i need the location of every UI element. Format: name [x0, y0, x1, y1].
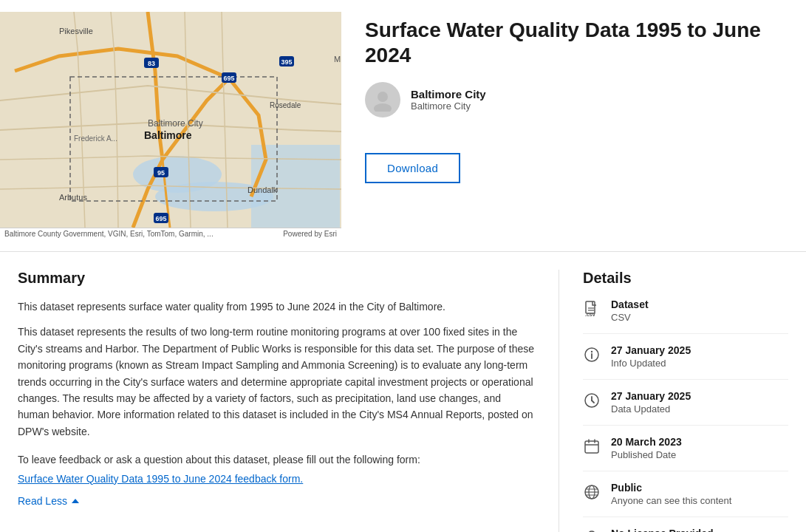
- feedback-link[interactable]: Surface Water Quality Data 1995 to June …: [18, 473, 303, 485]
- detail-row-license: No License Provided Request permission t…: [583, 517, 788, 532]
- author-secondary-name: Baltimore City: [411, 100, 486, 112]
- svg-text:Baltimore City: Baltimore City: [148, 118, 203, 129]
- calendar-icon: [583, 437, 601, 455]
- attribution-text: Baltimore County Government, VGIN, Esri,…: [4, 230, 214, 238]
- detail-row-data-updated: 27 January 2025 Data Updated: [583, 380, 788, 426]
- detail-dataset-primary: Dataset: [611, 299, 649, 310]
- svg-rect-35: [585, 441, 598, 453]
- author-row: Baltimore City Baltimore City: [365, 82, 788, 117]
- svg-point-23: [378, 92, 388, 102]
- map-area: 83 695 95 695 395 Pikesville Rosedale Ar…: [0, 12, 341, 228]
- svg-text:Frederick A...: Frederick A...: [74, 134, 117, 143]
- detail-published-secondary: Published Date: [611, 449, 682, 460]
- svg-text:Dundalk: Dundalk: [247, 185, 278, 194]
- lock-icon: [583, 529, 601, 532]
- svg-text:Pikesville: Pikesville: [59, 27, 93, 35]
- svg-text:695: 695: [223, 75, 234, 82]
- detail-row-public: Public Anyone can see this content: [583, 471, 788, 517]
- top-section: 83 695 95 695 395 Pikesville Rosedale Ar…: [0, 0, 806, 252]
- summary-heading: Summary: [18, 270, 535, 287]
- chevron-up-icon: [72, 499, 79, 503]
- svg-text:695: 695: [155, 215, 166, 222]
- svg-text:395: 395: [281, 58, 292, 66]
- avatar: [365, 82, 400, 117]
- powered-by-text: Powered by Esri: [283, 230, 337, 238]
- detail-info-updated-secondary: Info Updated: [611, 358, 691, 369]
- detail-row-published: 20 March 2023 Published Date: [583, 426, 788, 471]
- csv-file-icon: .csv: [583, 300, 601, 318]
- details-heading: Details: [583, 270, 788, 287]
- user-avatar-icon: [371, 88, 395, 112]
- summary-section: Summary This dataset represents surface …: [18, 270, 559, 532]
- detail-info-updated-primary: 27 January 2025: [611, 344, 691, 356]
- svg-text:.csv: .csv: [585, 312, 595, 317]
- summary-paragraph-1: This dataset represents surface water qu…: [18, 299, 535, 315]
- detail-content-data-updated: 27 January 2025 Data Updated: [611, 390, 691, 415]
- download-button[interactable]: Download: [365, 153, 460, 183]
- detail-content-published: 20 March 2023 Published Date: [611, 436, 682, 460]
- detail-content-info-updated: 27 January 2025 Info Updated: [611, 344, 691, 369]
- detail-published-primary: 20 March 2023: [611, 436, 682, 448]
- dataset-title: Surface Water Quality Data 1995 to June …: [365, 18, 788, 67]
- svg-text:M: M: [334, 55, 341, 64]
- detail-data-updated-secondary: Data Updated: [611, 403, 691, 415]
- read-less-button[interactable]: Read Less: [18, 495, 79, 507]
- svg-point-30: [591, 351, 592, 352]
- detail-content-dataset: Dataset CSV: [611, 299, 649, 323]
- detail-row-dataset: .csv Dataset CSV: [583, 299, 788, 334]
- bottom-section: Summary This dataset represents surface …: [0, 252, 806, 532]
- svg-line-34: [592, 400, 594, 403]
- detail-license-primary: No License Provided: [611, 528, 725, 532]
- detail-public-secondary: Anyone can see this content: [611, 495, 731, 506]
- svg-text:Arbutus: Arbutus: [59, 193, 87, 202]
- detail-content-public: Public Anyone can see this content: [611, 482, 731, 506]
- details-section: Details .csv Dataset CSV: [559, 270, 788, 532]
- clock-icon: [583, 392, 601, 409]
- read-less-label: Read Less: [18, 495, 67, 507]
- author-names: Baltimore City Baltimore City: [411, 88, 486, 112]
- svg-point-24: [374, 103, 392, 112]
- detail-content-license: No License Provided Request permission t…: [611, 528, 725, 532]
- detail-row-info-updated: 27 January 2025 Info Updated: [583, 334, 788, 380]
- globe-icon: [583, 483, 601, 501]
- map-svg: 83 695 95 695 395 Pikesville Rosedale Ar…: [0, 12, 341, 228]
- map-attribution: Baltimore County Government, VGIN, Esri,…: [0, 228, 341, 239]
- svg-text:Rosedale: Rosedale: [270, 101, 301, 109]
- dataset-info: Surface Water Quality Data 1995 to June …: [365, 12, 788, 239]
- author-primary-name: Baltimore City: [411, 88, 486, 100]
- detail-data-updated-primary: 27 January 2025: [611, 390, 691, 402]
- svg-text:83: 83: [148, 60, 155, 67]
- detail-dataset-secondary: CSV: [611, 312, 649, 323]
- map-container: 83 695 95 695 395 Pikesville Rosedale Ar…: [0, 12, 341, 239]
- feedback-text: To leave feedback or ask a question abou…: [18, 451, 535, 468]
- svg-text:Baltimore: Baltimore: [144, 129, 192, 141]
- svg-text:95: 95: [157, 169, 165, 177]
- summary-paragraph-2: This dataset represents the results of t…: [18, 324, 535, 440]
- info-circle-icon: [583, 346, 601, 364]
- detail-public-primary: Public: [611, 482, 731, 494]
